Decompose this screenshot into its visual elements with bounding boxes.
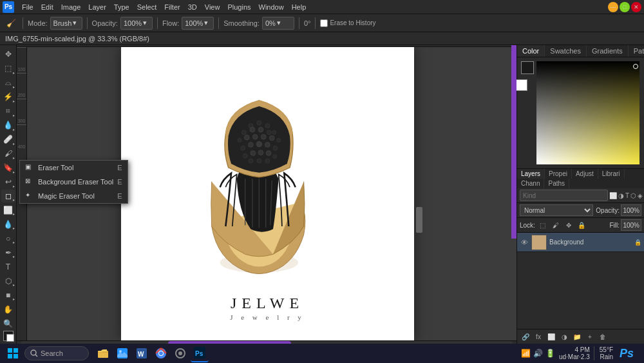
layer-link-btn[interactable]: 🔗: [520, 331, 531, 342]
layer-search-input[interactable]: [520, 190, 608, 201]
tab-gradients[interactable]: Gradients: [587, 45, 629, 57]
lock-position-btn[interactable]: ✥: [564, 220, 574, 230]
layer-filter-smart[interactable]: ◈: [638, 190, 643, 201]
canvas[interactable]: JELWE J e w e l r y: [121, 47, 414, 340]
eraser-tool[interactable]: ◻▸: [1, 190, 15, 203]
eyedropper-tool[interactable]: 💧▸: [1, 119, 15, 132]
taskbar-file-explorer[interactable]: [94, 344, 112, 362]
layer-filter-shape[interactable]: ⬡: [630, 190, 636, 201]
opacity-input[interactable]: [621, 204, 641, 216]
menu-window[interactable]: Window: [255, 2, 288, 12]
menu-plugins[interactable]: Plugins: [223, 2, 254, 12]
zoom-tool[interactable]: 🔍: [1, 317, 15, 330]
taskbar-search[interactable]: Search: [24, 346, 89, 360]
path-tool[interactable]: ⬡▸: [1, 274, 15, 288]
background-color[interactable]: [516, 79, 527, 91]
menu-view[interactable]: View: [201, 2, 224, 12]
dodge-tool[interactable]: ○▸: [1, 231, 15, 245]
pen-tool[interactable]: ✒▸: [1, 246, 15, 259]
background-color-swatch[interactable]: [6, 334, 14, 342]
menu-type[interactable]: Type: [110, 2, 133, 12]
mode-dropdown[interactable]: Brush▾: [50, 17, 82, 30]
tab-patterns[interactable]: Patterns: [629, 45, 644, 57]
move-tool[interactable]: ✥: [1, 48, 15, 61]
close-button[interactable]: ✕: [631, 2, 641, 12]
brush-tool[interactable]: 🖌▸: [1, 147, 15, 161]
menu-3d[interactable]: 3D: [184, 2, 201, 12]
marquee-tool[interactable]: ⬚▸: [1, 62, 15, 75]
tab-layers[interactable]: Layers: [517, 169, 545, 179]
tab-color[interactable]: Color: [517, 45, 545, 57]
text-tool[interactable]: T: [1, 260, 15, 273]
lock-all-btn[interactable]: 🔒: [576, 220, 587, 230]
lock-pixels-btn[interactable]: 🖌: [551, 220, 561, 230]
layer-delete-btn[interactable]: 🗑: [597, 331, 609, 342]
lasso-tool[interactable]: ⌓▸: [1, 76, 15, 90]
opacity-dropdown[interactable]: 100%▾: [120, 17, 153, 30]
gradient-tool[interactable]: ⬜▸: [1, 203, 15, 217]
blur-tool[interactable]: 💧▸: [1, 217, 15, 231]
taskbar-photos[interactable]: [113, 344, 131, 362]
taskbar-photoshop[interactable]: Ps: [191, 344, 209, 362]
layer-style-btn[interactable]: fx: [533, 331, 544, 342]
color-picker-cursor[interactable]: [633, 64, 638, 69]
tab-adjustments[interactable]: Adjust: [572, 169, 598, 179]
menu-image[interactable]: Image: [57, 2, 85, 12]
minimize-button[interactable]: —: [608, 2, 618, 12]
heal-tool[interactable]: 🩹▸: [1, 133, 15, 146]
tab-paths[interactable]: Paths: [544, 179, 569, 188]
wifi-icon[interactable]: 📶: [521, 349, 531, 358]
menu-filter[interactable]: Filter: [160, 2, 184, 12]
erase-history-checkbox[interactable]: [320, 19, 328, 27]
tab-swatches[interactable]: Swatches: [545, 45, 587, 57]
menu-file[interactable]: File: [18, 2, 37, 12]
svg-point-25: [243, 153, 247, 158]
layer-group-btn[interactable]: 📁: [571, 331, 583, 342]
taskbar-settings[interactable]: [171, 344, 189, 362]
vertical-scroll-thumb[interactable]: [416, 207, 422, 233]
ctx-eraser-shortcut: E: [117, 164, 122, 172]
color-saturation-picker[interactable]: [536, 61, 639, 164]
tab-libraries[interactable]: Librari: [598, 169, 625, 179]
svg-text:W: W: [138, 351, 144, 358]
start-button[interactable]: [4, 346, 22, 361]
lock-transparent-btn[interactable]: ⬚: [538, 220, 548, 230]
ctx-bg-eraser-tool[interactable]: ⊠ Background Eraser Tool E: [20, 175, 128, 189]
magic-wand-tool[interactable]: ⚡▸: [1, 90, 15, 104]
shape-tool[interactable]: ■▸: [1, 288, 15, 302]
layer-filter-type[interactable]: T: [625, 190, 629, 201]
foreground-color[interactable]: [521, 61, 534, 74]
tab-channels[interactable]: Chann: [517, 179, 544, 188]
hand-tool[interactable]: ✋: [1, 302, 15, 316]
battery-icon[interactable]: 🔋: [545, 349, 555, 358]
menu-help[interactable]: Help: [288, 2, 310, 12]
sound-icon[interactable]: 🔊: [533, 349, 543, 358]
menu-edit[interactable]: Edit: [37, 2, 57, 12]
ctx-magic-eraser-tool[interactable]: ✦ Magic Eraser Tool E: [20, 189, 128, 203]
crop-tool[interactable]: ⌗▸: [1, 104, 15, 118]
tab-properties[interactable]: Propei: [545, 169, 572, 179]
foreground-color-swatch[interactable]: [3, 331, 14, 341]
layer-adjustment-btn[interactable]: ◑: [558, 331, 570, 342]
history-brush-tool[interactable]: ↩▸: [1, 175, 15, 189]
layer-new-btn[interactable]: +: [584, 331, 596, 342]
layer-filter-adjust[interactable]: ◑: [618, 190, 624, 201]
smoothing-dropdown[interactable]: 0%▾: [262, 17, 294, 30]
stamp-tool[interactable]: 🔖▸: [1, 161, 15, 175]
temperature: 55°F: [600, 346, 613, 353]
menu-layer[interactable]: Layer: [84, 2, 110, 12]
layer-item[interactable]: 👁 Background 🔒: [517, 233, 644, 252]
eraser-tool-icon[interactable]: 🧹: [4, 16, 18, 30]
toolbar-separator5: [299, 17, 299, 29]
maximize-button[interactable]: □: [620, 2, 630, 12]
ctx-eraser-tool[interactable]: ▣ Eraser Tool E: [20, 161, 128, 175]
blend-mode-select[interactable]: Normal: [520, 204, 593, 216]
layer-mask-btn[interactable]: ⬜: [545, 331, 557, 342]
layer-visibility-toggle[interactable]: 👁: [520, 238, 529, 247]
taskbar-chrome[interactable]: [152, 344, 170, 362]
layer-filter-pixel[interactable]: ⬜: [609, 190, 617, 201]
fill-input[interactable]: [621, 219, 641, 231]
flow-dropdown[interactable]: 100%▾: [182, 17, 214, 30]
menu-select[interactable]: Select: [133, 2, 161, 12]
taskbar-word[interactable]: W: [133, 344, 151, 362]
